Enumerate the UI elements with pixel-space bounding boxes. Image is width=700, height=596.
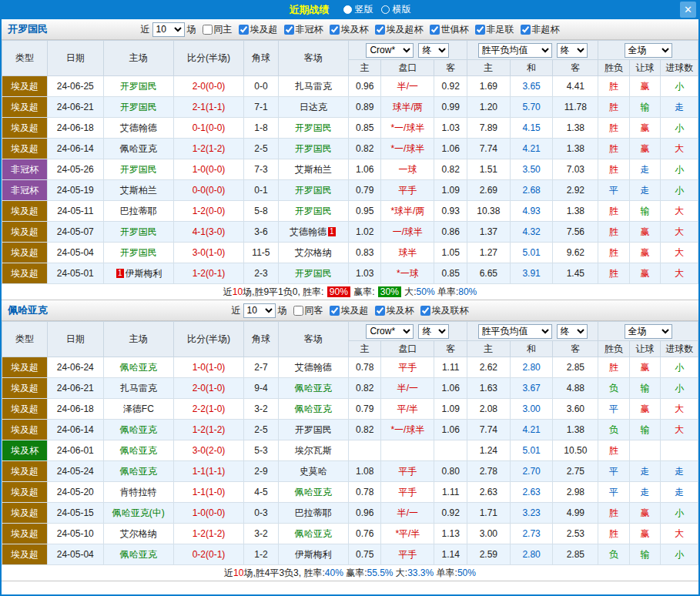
asian-final-select[interactable]: 终: [418, 324, 449, 339]
competition-filter-6-checkbox[interactable]: [475, 25, 485, 35]
away-team[interactable]: 开罗国民: [278, 263, 348, 284]
home-team[interactable]: 泽德FC: [103, 399, 173, 420]
home-team[interactable]: 佩哈亚克(中): [103, 503, 173, 524]
competition-filter-6[interactable]: 非足联: [471, 23, 514, 36]
score-halftime[interactable]: 1-1(1-1): [173, 461, 243, 482]
score-halftime[interactable]: 1-0(0-0): [173, 503, 243, 524]
competition-filter-7-checkbox[interactable]: [521, 25, 531, 35]
competition-filter-1[interactable]: 埃及超: [235, 23, 278, 36]
score-halftime[interactable]: 1-1(1-0): [173, 482, 243, 503]
competition-filter-3-checkbox[interactable]: [330, 25, 340, 35]
home-team[interactable]: 1伊斯梅利: [103, 263, 173, 284]
home-team[interactable]: 佩哈亚克: [103, 420, 173, 440]
competition-filter-5[interactable]: 世俱杯: [426, 23, 469, 36]
competition-filter-3[interactable]: 埃及杯: [326, 23, 369, 36]
close-button[interactable]: ✕: [680, 2, 696, 18]
scope-select[interactable]: 全场: [625, 43, 672, 58]
score-halftime[interactable]: 0-2(0-1): [173, 544, 243, 565]
bookmaker-select[interactable]: Crow*: [366, 324, 414, 339]
away-team[interactable]: 艾斯柏兰: [278, 159, 348, 180]
recent-count-select[interactable]: 10: [152, 22, 185, 37]
bookmaker-select[interactable]: Crow*: [366, 43, 414, 58]
home-team[interactable]: 佩哈亚克: [103, 357, 173, 378]
score-halftime[interactable]: 2-2(1-0): [173, 399, 243, 420]
away-team[interactable]: 开罗国民: [278, 201, 348, 222]
score-halftime[interactable]: 4-1(3-0): [173, 222, 243, 243]
score-halftime[interactable]: 2-0(1-0): [173, 378, 243, 399]
layout-vertical-radio[interactable]: 竖版: [343, 3, 373, 16]
home-team[interactable]: 开罗国民: [103, 222, 173, 243]
scope-select[interactable]: 全场: [625, 324, 672, 339]
asian-final-select[interactable]: 终: [418, 43, 449, 58]
same-venue-filter-checkbox[interactable]: [203, 25, 213, 35]
competition-filter-1-checkbox[interactable]: [330, 306, 340, 316]
home-team[interactable]: 肯特拉特: [103, 482, 173, 503]
same-venue-filter[interactable]: 同主: [199, 23, 233, 36]
score-halftime[interactable]: 3-0(2-0): [173, 440, 243, 461]
same-venue-filter-checkbox[interactable]: [293, 306, 303, 316]
competition-filter-3-checkbox[interactable]: [420, 306, 430, 316]
score-halftime[interactable]: 0-0(0-0): [173, 180, 243, 201]
competition-filter-2-checkbox[interactable]: [284, 25, 294, 35]
away-team[interactable]: 艾尔格纳: [278, 243, 348, 263]
away-team[interactable]: 艾德翰德: [278, 357, 348, 378]
away-team[interactable]: 开罗国民: [278, 420, 348, 440]
home-team[interactable]: 艾尔格纳: [103, 524, 173, 544]
home-team[interactable]: 艾斯柏兰: [103, 180, 173, 201]
away-team[interactable]: 扎马雷克: [278, 76, 348, 97]
competition-filter-4[interactable]: 埃及超杯: [371, 23, 424, 36]
home-team[interactable]: 佩哈亚克: [103, 544, 173, 565]
layout-horizontal-radio[interactable]: 横版: [381, 3, 411, 16]
home-team[interactable]: 开罗国民: [103, 159, 173, 180]
away-team[interactable]: 日达克: [278, 97, 348, 118]
away-team[interactable]: 开罗国民: [278, 180, 348, 201]
competition-filter-4-checkbox[interactable]: [375, 25, 385, 35]
score-halftime[interactable]: 1-2(0-0): [173, 201, 243, 222]
recent-count-select[interactable]: 10: [243, 303, 276, 318]
away-team[interactable]: 佩哈亚克: [278, 524, 348, 544]
score-halftime[interactable]: 2-1(1-1): [173, 97, 243, 118]
europe-final-select[interactable]: 终: [557, 324, 588, 339]
away-team[interactable]: 伊斯梅利: [278, 544, 348, 565]
away-team[interactable]: 艾德翰德1: [278, 222, 348, 243]
competition-filter-5-checkbox[interactable]: [430, 25, 440, 35]
away-team[interactable]: 开罗国民: [278, 139, 348, 159]
home-team[interactable]: 佩哈亚克: [103, 440, 173, 461]
away-team[interactable]: 佩哈亚克: [278, 399, 348, 420]
home-team[interactable]: 艾德翰德: [103, 118, 173, 139]
away-team[interactable]: 埃尔瓦斯: [278, 440, 348, 461]
home-team[interactable]: 开罗国民: [103, 243, 173, 263]
corners: 0-3: [244, 503, 279, 524]
competition-filter-3[interactable]: 埃及联杯: [417, 304, 469, 317]
score-halftime[interactable]: 1-2(1-2): [173, 524, 243, 544]
competition-filter-7[interactable]: 非超杯: [517, 23, 560, 36]
home-team[interactable]: 扎马雷克: [103, 378, 173, 399]
home-team[interactable]: 开罗国民: [103, 76, 173, 97]
home-team[interactable]: 佩哈亚克: [103, 461, 173, 482]
europe-odds-select[interactable]: 胜平负均值: [478, 43, 552, 58]
score-halftime[interactable]: 1-2(0-1): [173, 263, 243, 284]
away-team[interactable]: 开罗国民: [278, 118, 348, 139]
europe-odds-select[interactable]: 胜平负均值: [478, 324, 552, 339]
score-halftime[interactable]: 2-0(0-0): [173, 76, 243, 97]
home-team[interactable]: 巴拉蒂耶: [103, 201, 173, 222]
away-team[interactable]: 佩哈亚克: [278, 482, 348, 503]
away-team[interactable]: 巴拉蒂耶: [278, 503, 348, 524]
competition-filter-2-checkbox[interactable]: [375, 306, 385, 316]
score-halftime[interactable]: 0-1(0-0): [173, 118, 243, 139]
score-halftime[interactable]: 1-2(1-2): [173, 139, 243, 159]
score-halftime[interactable]: 1-0(0-0): [173, 159, 243, 180]
score-halftime[interactable]: 3-0(1-0): [173, 243, 243, 263]
home-team[interactable]: 佩哈亚克: [103, 139, 173, 159]
score-halftime[interactable]: 1-2(1-2): [173, 420, 243, 440]
away-team[interactable]: 佩哈亚克: [278, 378, 348, 399]
home-team[interactable]: 开罗国民: [103, 97, 173, 118]
competition-filter-1-checkbox[interactable]: [239, 25, 249, 35]
competition-filter-2[interactable]: 埃及杯: [371, 304, 414, 317]
same-venue-filter[interactable]: 同客: [290, 304, 323, 317]
competition-filter-1[interactable]: 埃及超: [326, 304, 369, 317]
score-halftime[interactable]: 1-0(1-0): [173, 357, 243, 378]
competition-filter-2[interactable]: 非冠杯: [280, 23, 323, 36]
away-team[interactable]: 史莫哈: [278, 461, 348, 482]
europe-final-select[interactable]: 终: [557, 43, 588, 58]
